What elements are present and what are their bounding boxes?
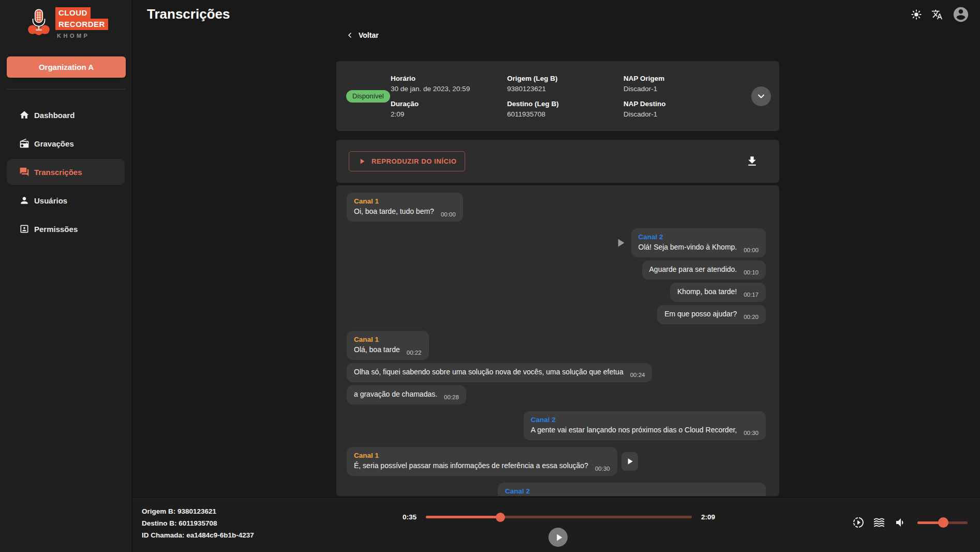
info-value: 2:09	[391, 110, 507, 119]
channel-label: Canal 1	[354, 451, 610, 460]
transcript-card: Canal 1 Oi, boa tarde, tudo bem?00:00 Ca…	[336, 185, 779, 496]
status-badge: Disponível	[346, 90, 390, 103]
origin-b-label: Origem B: 9380123621	[142, 505, 254, 517]
sidebar-item-transcricoes[interactable]: Transcrições	[7, 159, 125, 185]
theme-toggle-button[interactable]	[911, 9, 922, 20]
message-text: É, seria possível passar mais informaçõe…	[354, 461, 588, 470]
play-from-start-button[interactable]: REPRODUZIR DO INÍCIO	[349, 151, 465, 171]
message-text: Em que posso ajudar?	[664, 310, 737, 318]
info-value: Discador-1	[623, 84, 740, 93]
slow-motion-icon	[852, 516, 865, 529]
message-text: Oi, boa tarde, tudo bem?	[354, 207, 434, 215]
play-triangle-icon	[625, 456, 635, 467]
transcript-message: a gravação de chamadas.00:28	[347, 385, 766, 404]
sidebar-item-dashboard[interactable]: Dashboard	[7, 102, 125, 128]
sidebar-item-gravacoes[interactable]: Gravações	[7, 130, 125, 156]
playback-controls-card: REPRODUZIR DO INÍCIO	[336, 140, 779, 183]
message-text: Olha só, fiquei sabendo sobre uma soluçã…	[354, 368, 623, 376]
message-text: Aguarde para ser atendido.	[649, 265, 737, 273]
transcript-message: Canal 2 que é uma solução segura e compl…	[347, 483, 766, 496]
call-id-label: ID Chamada: ea1484c9-6b1b-4237	[142, 529, 254, 541]
message-text: Olá, boa tarde	[354, 345, 400, 354]
info-label: NAP Origem	[623, 74, 740, 83]
transcript-message: Aguarde para ser atendido.00:10	[347, 260, 766, 280]
organization-button[interactable]: Organization A	[7, 56, 126, 78]
info-column-time: Horário 30 de jan. de 2023, 20:59 Duraçã…	[391, 74, 507, 119]
back-label: Voltar	[359, 31, 379, 39]
seek-slider-fill	[426, 516, 500, 518]
message-play-button[interactable]	[614, 236, 627, 250]
sidebar-item-usuarios[interactable]: Usuários	[7, 187, 125, 213]
channel-label: Canal 1	[354, 335, 422, 344]
sun-icon	[911, 9, 922, 20]
expand-details-button[interactable]	[751, 86, 771, 106]
message-time: 00:00	[441, 211, 456, 217]
volume-down-icon	[894, 516, 906, 529]
status-column: Disponível	[336, 90, 391, 103]
topbar-actions	[911, 6, 970, 23]
volume-slider-thumb[interactable]	[938, 517, 948, 528]
info-value: 6011935708	[507, 110, 623, 119]
transcript-message: Khomp, boa tarde!00:17	[347, 283, 766, 302]
logo-word-recorder: RECORDER	[55, 19, 108, 30]
message-bubble: Aguarde para ser atendido.00:10	[642, 260, 766, 280]
sidebar-divider	[7, 89, 125, 90]
transcript-message: Canal 1 Oi, boa tarde, tudo bem?00:00	[347, 193, 766, 222]
volume-slider-fill	[917, 521, 943, 524]
channel-label: Canal 2	[639, 232, 759, 242]
total-time: 2:09	[701, 513, 715, 521]
sidebar-item-label: Gravações	[34, 139, 74, 148]
play-from-start-label: REPRODUZIR DO INÍCIO	[372, 157, 456, 165]
sidebar-item-label: Dashboard	[34, 111, 75, 120]
main-content: Voltar Disponível Horário 30 de jan. de …	[336, 29, 779, 496]
message-bubble: Canal 2 A gente vai estar lançando nos p…	[524, 411, 766, 440]
mic-cloud-icon	[27, 7, 51, 36]
sidebar-item-label: Transcrições	[34, 168, 82, 177]
play-triangle-icon	[614, 236, 627, 250]
seek-slider[interactable]	[426, 516, 692, 518]
playback-speed-button[interactable]	[852, 516, 865, 529]
message-time: 00:30	[744, 430, 759, 436]
info-value: Discador-1	[623, 110, 740, 119]
volume-slider[interactable]	[917, 521, 968, 524]
download-button[interactable]	[746, 155, 759, 168]
message-time: 00:20	[744, 314, 759, 320]
play-pause-button[interactable]	[548, 528, 568, 547]
account-circle-icon	[952, 6, 970, 23]
sidebar-item-permissoes[interactable]: Permissões	[7, 216, 125, 242]
account-button[interactable]	[952, 6, 970, 23]
message-text: a gravação de chamadas.	[354, 390, 437, 398]
player-options	[852, 516, 968, 529]
message-time: 00:24	[630, 372, 645, 378]
info-label: Horário	[391, 74, 507, 83]
info-label: NAP Destino	[623, 99, 740, 108]
seek-slider-thumb[interactable]	[496, 513, 505, 522]
language-button[interactable]	[931, 9, 943, 20]
transcript-message: Canal 2 Olá! Seja bem-vindo à Khomp.00:0…	[347, 228, 766, 257]
transcript-message: Canal 2 A gente vai estar lançando nos p…	[347, 411, 766, 440]
message-bubble: Em que posso ajudar?00:20	[657, 305, 766, 324]
waveform-button[interactable]	[873, 516, 885, 529]
back-link[interactable]: Voltar	[346, 29, 392, 41]
message-bubble: Canal 1 É, seria possível passar mais in…	[347, 447, 617, 476]
page-title: Transcrições	[147, 6, 230, 22]
person-badge-icon	[19, 224, 29, 234]
volume-button[interactable]	[894, 516, 906, 529]
sidebar-nav: Dashboard Gravações Transcrições Usuário…	[7, 102, 125, 244]
channel-label: Canal 2	[531, 415, 759, 425]
home-icon	[19, 110, 29, 120]
message-text: Khomp, boa tarde!	[677, 287, 737, 296]
message-bubble: Olha só, fiquei sabendo sobre uma soluçã…	[347, 363, 652, 382]
message-play-button[interactable]	[621, 452, 638, 471]
info-column-naps: NAP Origem Discador-1 NAP Destino Discad…	[623, 74, 740, 119]
message-bubble: a gravação de chamadas.00:28	[347, 385, 466, 404]
transcript-message: Olha só, fiquei sabendo sobre uma soluçã…	[347, 363, 766, 382]
radio-icon	[19, 138, 29, 149]
sidebar: CLOUD RECORDER KHOMP Organization A Dash…	[0, 0, 132, 552]
chevron-down-icon	[756, 91, 766, 101]
message-time: 00:17	[744, 292, 759, 298]
message-bubble: Canal 1 Olá, boa tarde00:22	[347, 331, 429, 360]
app-logo: CLOUD RECORDER KHOMP	[27, 7, 108, 39]
message-time: 00:22	[407, 350, 422, 356]
dest-b-label: Destino B: 6011935708	[142, 517, 254, 529]
